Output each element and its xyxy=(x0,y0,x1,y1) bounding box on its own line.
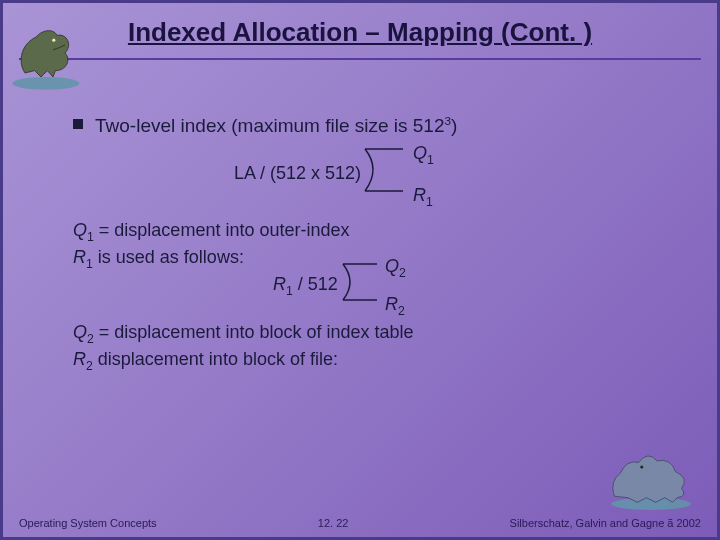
explain-q2-line: Q2 = displacement into block of index ta… xyxy=(73,320,677,347)
footer-right: Silberschatz, Galvin and Gagne ã 2002 xyxy=(510,517,701,529)
eq2-r-label: R2 xyxy=(385,294,405,318)
footer: Operating System Concepts 12. 22 Silbers… xyxy=(3,517,717,529)
exp2-q: Q xyxy=(73,322,87,342)
eq2-r: R xyxy=(385,294,398,314)
exp2-r-sub: 2 xyxy=(86,358,93,372)
dinosaur-top-left-image xyxy=(9,13,89,93)
exp1-q-sub: 1 xyxy=(87,230,94,244)
exp1-q-text: = displacement into outer-index xyxy=(94,220,350,240)
square-bullet-icon xyxy=(73,119,83,129)
bullet-tail: ) xyxy=(451,115,457,136)
explain-q1-line: Q1 = displacement into outer-index xyxy=(73,218,677,245)
slide-title: Indexed Allocation – Mapping (Cont. ) xyxy=(3,3,717,52)
equation-block-1: LA / (512 x 512) Q1 R1 xyxy=(223,163,453,184)
eq2-q-label: Q2 xyxy=(385,256,406,280)
eq1-input: LA / (512 x 512) xyxy=(223,163,361,184)
exp2-r: R xyxy=(73,349,86,369)
eq1-r-sub: 1 xyxy=(426,195,433,209)
eq2-q-sub: 2 xyxy=(399,266,406,280)
eq2-input-a: R xyxy=(273,274,286,294)
eq1-q-sub: 1 xyxy=(427,153,434,167)
eq2-input-b: / 512 xyxy=(293,274,338,294)
eq2-q: Q xyxy=(385,256,399,276)
exp2-r-text: displacement into block of file: xyxy=(93,349,338,369)
eq2-r-sub: 2 xyxy=(398,304,405,318)
slide-container: Indexed Allocation – Mapping (Cont. ) Tw… xyxy=(0,0,720,540)
svg-point-1 xyxy=(52,39,55,42)
footer-left: Operating System Concepts xyxy=(19,517,157,529)
dinosaur-bottom-right-image xyxy=(605,441,697,513)
explain-r2-line: R2 displacement into block of file: xyxy=(73,347,677,374)
svg-point-0 xyxy=(12,77,79,90)
division-bracket-icon xyxy=(341,260,381,304)
bullet-text: Two-level index (maximum file size is 51… xyxy=(95,113,457,139)
exp2-q-sub: 2 xyxy=(87,331,94,345)
bullet-main: Two-level index (maximum file size is 51… xyxy=(95,115,445,136)
division-bracket-icon xyxy=(363,145,407,195)
eq1-r-label: R1 xyxy=(413,185,433,209)
exp2-q-text: = displacement into block of index table xyxy=(94,322,414,342)
eq2-input-a-sub: 1 xyxy=(286,284,293,298)
eq2-input: R1 / 512 xyxy=(273,274,338,298)
footer-center: 12. 22 xyxy=(318,517,349,529)
exp1-r-sub: 1 xyxy=(86,257,93,271)
explanation-2: Q2 = displacement into block of index ta… xyxy=(73,320,677,374)
exp1-r-text: is used as follows: xyxy=(93,247,244,267)
exp1-q: Q xyxy=(73,220,87,240)
eq1-q-label: Q1 xyxy=(413,143,434,167)
content-area: Two-level index (maximum file size is 51… xyxy=(73,113,677,374)
bullet-row: Two-level index (maximum file size is 51… xyxy=(73,113,677,139)
exp1-r: R xyxy=(73,247,86,267)
svg-point-3 xyxy=(640,466,643,469)
equation-block-2: R1 / 512 Q2 R2 xyxy=(273,274,423,298)
eq1-r: R xyxy=(413,185,426,205)
title-divider xyxy=(19,58,701,60)
eq1-q: Q xyxy=(413,143,427,163)
